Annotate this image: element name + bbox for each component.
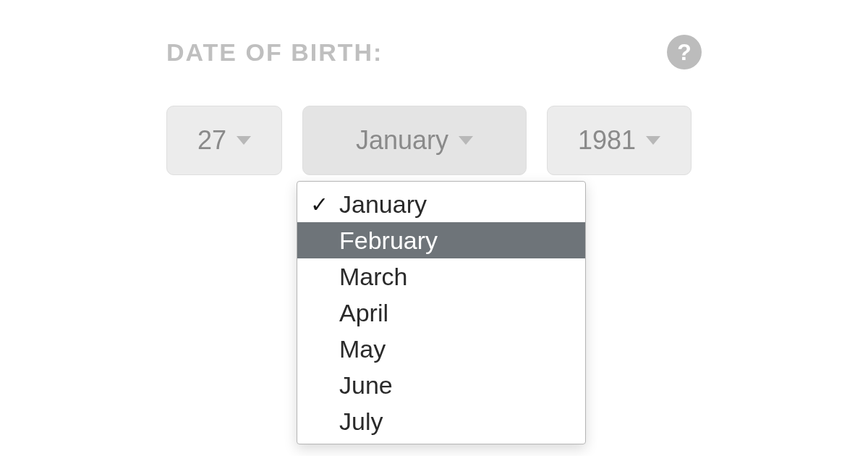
month-option[interactable]: March bbox=[297, 258, 585, 295]
month-option-label: July bbox=[339, 408, 383, 436]
month-option-label: March bbox=[339, 263, 407, 291]
chevron-down-icon bbox=[459, 136, 473, 145]
month-option[interactable]: February bbox=[297, 222, 585, 258]
month-option[interactable]: June bbox=[297, 367, 585, 403]
day-value: 27 bbox=[197, 125, 226, 156]
check-icon: ✓ bbox=[310, 192, 339, 217]
chevron-down-icon bbox=[646, 136, 660, 145]
year-select[interactable]: 1981 bbox=[547, 106, 692, 175]
month-option[interactable]: May bbox=[297, 331, 585, 367]
month-option-label: May bbox=[339, 335, 386, 363]
month-option-label: January bbox=[339, 190, 427, 219]
month-option-label: June bbox=[339, 371, 393, 400]
month-select[interactable]: January bbox=[302, 106, 527, 175]
month-option[interactable]: July bbox=[297, 403, 585, 439]
month-option[interactable]: April bbox=[297, 295, 585, 331]
month-value: January bbox=[356, 125, 448, 156]
month-option-label: April bbox=[339, 299, 388, 327]
field-label: DATE OF BIRTH: bbox=[166, 38, 383, 67]
month-option[interactable]: ✓January bbox=[297, 186, 585, 222]
chevron-down-icon bbox=[237, 136, 251, 145]
day-select[interactable]: 27 bbox=[166, 106, 282, 175]
help-icon[interactable]: ? bbox=[667, 35, 702, 69]
year-value: 1981 bbox=[578, 125, 636, 156]
month-option-label: February bbox=[339, 227, 438, 255]
month-dropdown: ✓JanuaryFebruaryMarchAprilMayJuneJuly bbox=[297, 181, 586, 444]
